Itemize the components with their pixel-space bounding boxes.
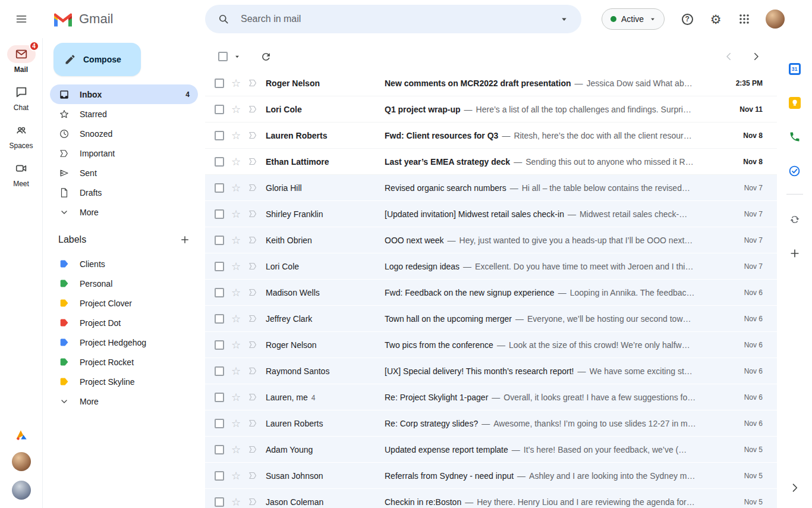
star-icon[interactable]: ☆ [228,104,244,115]
sidebar-label[interactable]: Personal [50,274,198,293]
email-checkbox[interactable] [215,366,224,376]
email-checkbox[interactable] [215,105,224,114]
voice-button[interactable] [783,125,807,149]
calendar-button[interactable]: 31 [783,57,807,81]
sidebar-item-sent[interactable]: Sent [50,163,198,183]
status-selector[interactable]: Active [602,8,665,30]
star-icon[interactable]: ☆ [228,392,244,403]
get-addons-button[interactable] [783,242,807,265]
important-marker-icon[interactable] [244,156,261,167]
important-marker-icon[interactable] [244,104,261,114]
email-checkbox[interactable] [215,262,224,271]
important-marker-icon[interactable] [244,313,261,324]
email-row[interactable]: ☆ Susan Johnson Referrals from Sydney - … [205,463,777,489]
email-row[interactable]: ☆ Lori Cole Logo redesign ideas — Excell… [205,253,777,280]
email-checkbox[interactable] [215,445,224,454]
email-checkbox[interactable] [215,183,224,193]
sidebar-item-more[interactable]: More [50,202,198,222]
important-marker-icon[interactable] [244,340,261,350]
email-checkbox[interactable] [215,393,224,402]
star-icon[interactable]: ☆ [228,156,244,167]
contact-avatar[interactable] [12,452,31,471]
email-checkbox[interactable] [215,157,224,167]
email-row[interactable]: ☆ Raymond Santos [UX] Special delivery! … [205,358,777,384]
star-icon[interactable]: ☆ [228,366,244,377]
email-row[interactable]: ☆ Gloria Hill Revised organic search num… [205,175,777,201]
addon-button[interactable] [783,208,807,231]
rail-item-chat[interactable]: Chat [7,83,36,112]
sidebar-label[interactable]: Project Rocket [50,352,198,372]
email-row[interactable]: ☆ Jeffrey Clark Town hall on the upcomin… [205,306,777,332]
expand-side-panel-button[interactable] [783,476,807,500]
help-button[interactable]: ? [675,7,699,31]
sidebar-labels-more[interactable]: More [50,391,198,411]
compose-button[interactable]: Compose [53,43,141,76]
settings-button[interactable]: ⚙ [704,7,728,31]
important-marker-icon[interactable] [244,130,261,140]
tasks-button[interactable] [783,159,807,183]
important-marker-icon[interactable] [244,392,261,402]
email-row[interactable]: ☆ Jason Coleman Checkin in re:Boston — H… [205,489,777,508]
account-menu[interactable] [766,10,785,29]
email-row[interactable]: ☆ Roger Nelson Two pics from the confere… [205,332,777,358]
email-checkbox[interactable] [215,471,224,481]
search-options-button[interactable] [555,10,573,28]
star-icon[interactable]: ☆ [228,471,244,481]
sidebar-item-inbox[interactable]: Inbox 4 [50,84,198,104]
email-row[interactable]: ☆ Lauren Roberts Fwd: Client resources f… [205,123,777,149]
email-checkbox[interactable] [215,209,224,219]
important-marker-icon[interactable] [244,444,261,454]
sidebar-item-drafts[interactable]: Drafts [50,183,198,202]
email-checkbox[interactable] [215,340,224,350]
keep-button[interactable] [783,91,807,115]
refresh-button[interactable] [256,47,275,66]
search-button[interactable] [215,10,232,28]
email-row[interactable]: ☆ Madison Wells Fwd: Feedback on the new… [205,280,777,306]
star-icon[interactable]: ☆ [228,78,244,89]
email-row[interactable]: ☆ Shirley Franklin [Updated invitation] … [205,201,777,227]
email-checkbox[interactable] [215,419,224,428]
star-icon[interactable]: ☆ [228,340,244,350]
email-row[interactable]: ☆ Roger Nelson New comments on MCR2022 d… [205,70,777,96]
email-checkbox[interactable] [215,497,224,507]
star-icon[interactable]: ☆ [228,444,244,455]
star-icon[interactable]: ☆ [228,287,244,298]
menu-button[interactable] [10,7,33,31]
sidebar-item-snoozed[interactable]: Snoozed [50,124,198,143]
star-icon[interactable]: ☆ [228,261,244,272]
sidebar-label[interactable]: Project Clover [50,293,198,313]
star-icon[interactable]: ☆ [228,235,244,246]
star-icon[interactable]: ☆ [228,209,244,219]
star-icon[interactable]: ☆ [228,418,244,429]
select-all-checkbox[interactable] [218,52,228,61]
email-checkbox[interactable] [215,131,224,140]
star-icon[interactable]: ☆ [228,313,244,324]
add-label-button[interactable] [175,230,194,249]
star-icon[interactable]: ☆ [228,130,244,141]
important-marker-icon[interactable] [244,471,261,481]
email-row[interactable]: ☆ Adam Young Updated expense report temp… [205,437,777,463]
important-marker-icon[interactable] [244,235,261,245]
star-icon[interactable]: ☆ [228,497,244,507]
email-checkbox[interactable] [215,288,224,297]
sidebar-item-important[interactable]: Important [50,143,198,163]
sidebar-item-starred[interactable]: Starred [50,104,198,124]
important-marker-icon[interactable] [244,78,261,88]
select-options-button[interactable] [230,49,244,64]
newer-page-button[interactable] [723,51,734,62]
sidebar-label[interactable]: Project Skyline [50,372,198,391]
email-checkbox[interactable] [215,79,224,88]
important-marker-icon[interactable] [244,183,261,193]
important-marker-icon[interactable] [244,209,261,219]
email-checkbox[interactable] [215,236,224,245]
email-row[interactable]: ☆ Keith Obrien OOO next week — Hey, just… [205,227,777,253]
important-marker-icon[interactable] [244,287,261,297]
contact-avatar[interactable] [12,481,31,500]
sidebar-label[interactable]: Clients [50,254,198,274]
email-checkbox[interactable] [215,314,224,324]
star-icon[interactable]: ☆ [228,183,244,193]
rail-item-spaces[interactable]: Spaces [7,121,36,150]
important-marker-icon[interactable] [244,261,261,271]
email-row[interactable]: ☆ Lauren, me 4 Re: Project Skylight 1-pa… [205,384,777,410]
rail-item-meet[interactable]: Meet [7,159,36,188]
